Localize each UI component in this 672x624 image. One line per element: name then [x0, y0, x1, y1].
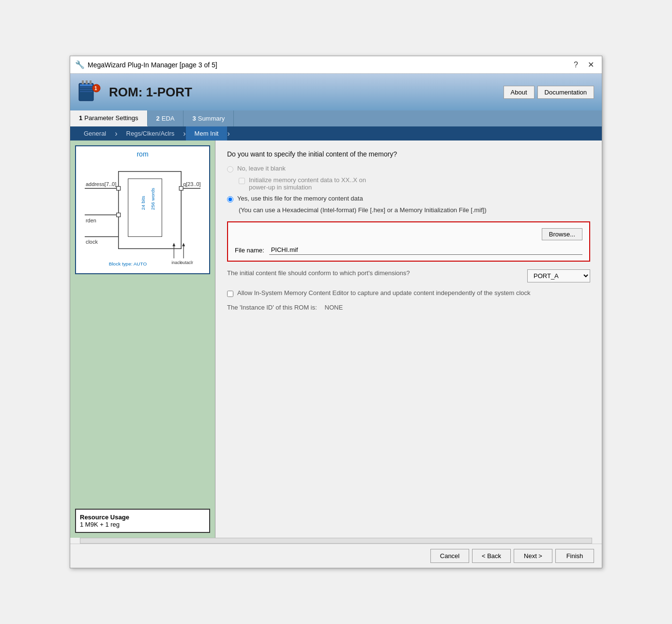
- bottom-bar: Cancel < Back Next > Finish: [70, 544, 602, 568]
- radio-no-option: No, leave it blank: [227, 165, 590, 172]
- port-dim-row: The initial content file should conform …: [227, 269, 590, 282]
- title-bar-left: 🔧 MegaWizard Plug-In Manager [page 3 of …: [75, 60, 217, 69]
- insys-row: Allow In-System Memory Content Editor to…: [227, 289, 590, 297]
- subtab-general[interactable]: General: [75, 126, 115, 140]
- svg-text:q[23..0]: q[23..0]: [183, 181, 201, 187]
- filename-label: File name:: [235, 247, 264, 254]
- port-dim-label: The initial content file should conform …: [227, 269, 519, 277]
- browse-row: Browse...: [235, 228, 582, 240]
- cancel-button[interactable]: Cancel: [430, 549, 469, 563]
- svg-rect-4: [80, 91, 92, 92]
- filename-row: File name:: [235, 245, 582, 255]
- tab-eda[interactable]: 2 EDA: [148, 110, 184, 126]
- svg-text:outaclr: outaclr: [180, 260, 193, 265]
- header-area: 1 ROM: 1-PORT About Documentation: [70, 74, 602, 110]
- svg-rect-8: [86, 80, 88, 84]
- svg-rect-7: [82, 80, 84, 84]
- svg-rect-13: [117, 187, 121, 190]
- window-title: MegaWizard Plug-In Manager [page 3 of 5]: [88, 61, 217, 69]
- scrollbar[interactable]: [80, 538, 592, 544]
- svg-text:address[7..0]: address[7..0]: [86, 181, 116, 187]
- subtab-mem-init[interactable]: Mem Init: [186, 126, 228, 140]
- resource-value: 1 M9K + 1 reg: [80, 521, 205, 528]
- header-buttons: About Documentation: [504, 86, 594, 99]
- tab-parameter-settings[interactable]: 1 Parameter Settings: [70, 110, 148, 126]
- init-checkbox-label: Initialize memory content data to XX..X …: [249, 176, 366, 191]
- insys-checkbox[interactable]: [227, 291, 233, 297]
- instance-row: The 'Instance ID' of this ROM is: NONE: [227, 304, 590, 311]
- title-bar: 🔧 MegaWizard Plug-In Manager [page 3 of …: [70, 56, 602, 74]
- svg-marker-30: [182, 243, 185, 246]
- filename-input[interactable]: [269, 245, 582, 255]
- app-icon: 🔧: [75, 60, 85, 69]
- finish-button[interactable]: Finish: [555, 549, 594, 563]
- left-panel: rom address[7..0] rden: [70, 140, 215, 538]
- subtab-regs[interactable]: Regs/Clken/Aclrs: [118, 126, 183, 140]
- svg-text:clock: clock: [86, 239, 98, 245]
- schematic-diagram: address[7..0] rden clock q[23..0]: [80, 162, 205, 268]
- radio-no-label: No, leave it blank: [237, 165, 286, 172]
- subtabs-row: General › Regs/Clken/Aclrs › Mem Init ›: [70, 126, 602, 140]
- about-button[interactable]: About: [504, 86, 535, 99]
- tab-summary[interactable]: 3 Summary: [183, 110, 234, 126]
- svg-text:1: 1: [94, 86, 97, 91]
- header-title: ROM: 1-PORT: [109, 85, 192, 100]
- help-button[interactable]: ?: [571, 59, 581, 70]
- svg-rect-21: [179, 187, 183, 190]
- rom-icon: 1: [78, 79, 103, 105]
- init-checkbox[interactable]: [239, 178, 245, 184]
- radio-yes-label: Yes, use this file for the memory conten…: [237, 195, 363, 202]
- svg-rect-3: [80, 89, 92, 90]
- port-select[interactable]: PORT_A PORT_B: [527, 269, 590, 282]
- question-text: Do you want to specify the initial conte…: [227, 150, 590, 158]
- title-bar-right: ? ✕: [571, 59, 597, 70]
- insys-label: Allow In-System Memory Content Editor to…: [237, 289, 531, 296]
- main-content: rom address[7..0] rden: [70, 140, 602, 538]
- resource-box: Resource Usage 1 M9K + 1 reg: [75, 509, 210, 533]
- radio-yes-option: Yes, use this file for the memory conten…: [227, 195, 590, 203]
- subtab-arrow-3: ›: [227, 129, 229, 138]
- svg-rect-16: [117, 213, 121, 217]
- browse-button[interactable]: Browse...: [542, 228, 582, 240]
- svg-rect-2: [80, 87, 92, 88]
- close-button[interactable]: ✕: [585, 59, 597, 70]
- resource-title: Resource Usage: [80, 514, 205, 521]
- documentation-button[interactable]: Documentation: [537, 86, 594, 99]
- radio-yes[interactable]: [227, 196, 233, 203]
- svg-text:24 bits: 24 bits: [140, 196, 146, 210]
- schematic-title: rom: [80, 150, 205, 158]
- svg-text:rden: rden: [86, 218, 96, 223]
- next-button[interactable]: Next >: [514, 549, 552, 563]
- file-section: Browse... File name:: [227, 221, 590, 262]
- instance-label: The 'Instance ID' of this ROM is:: [227, 304, 317, 311]
- svg-text:256 words: 256 words: [150, 188, 155, 210]
- radio-no[interactable]: [227, 166, 233, 172]
- yes-subtext: (You can use a Hexadecimal (Intel-format…: [239, 206, 590, 214]
- header-left: 1 ROM: 1-PORT: [78, 79, 192, 105]
- instance-value: NONE: [325, 304, 343, 311]
- main-window: 🔧 MegaWizard Plug-In Manager [page 3 of …: [70, 56, 602, 568]
- svg-text:Block type: AUTO: Block type: AUTO: [109, 261, 147, 266]
- init-checkbox-option: Initialize memory content data to XX..X …: [239, 176, 590, 191]
- schematic-box: rom address[7..0] rden: [75, 145, 210, 274]
- back-button[interactable]: < Back: [472, 549, 511, 563]
- svg-rect-9: [90, 80, 92, 84]
- svg-rect-1: [80, 84, 92, 86]
- right-panel: Do you want to specify the initial conte…: [215, 140, 602, 538]
- tabs-row: 1 Parameter Settings 2 EDA 3 Summary: [70, 110, 602, 126]
